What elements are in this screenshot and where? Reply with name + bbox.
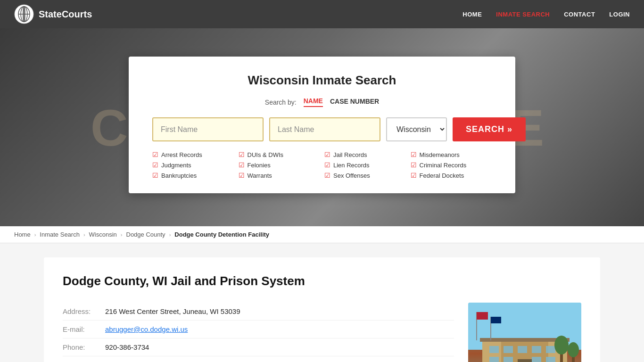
last-name-input[interactable]: [269, 117, 380, 141]
search-button[interactable]: SEARCH »: [453, 117, 526, 141]
email-label: E-mail:: [63, 321, 105, 338]
svg-rect-24: [491, 317, 501, 323]
phone-value: 920-386-3734: [105, 338, 454, 356]
search-by-row: Search by: NAME CASE NUMBER: [152, 97, 492, 107]
checkbox-icon: ☑: [239, 161, 245, 169]
nav-login[interactable]: LOGIN: [609, 11, 630, 18]
breadcrumb-wisconsin[interactable]: Wisconsin: [89, 231, 117, 238]
logo-area[interactable]: StateCourts: [14, 4, 92, 24]
state-select[interactable]: Wisconsin Alabama Alaska Arizona: [386, 117, 447, 141]
nav-inmate-search[interactable]: INMATE SEARCH: [496, 11, 550, 18]
breadcrumb-inmate-search[interactable]: Inmate Search: [40, 231, 80, 238]
checkbox-judgments: ☑ Judgments: [152, 161, 234, 169]
checkbox-felonies: ☑ Felonies: [239, 161, 320, 169]
checkbox-icon: ☑: [152, 172, 158, 179]
breadcrumb-sep-1: ›: [34, 232, 36, 238]
facility-image: [468, 303, 581, 362]
svg-rect-20: [518, 359, 532, 362]
checkbox-label: Misdemeanors: [420, 151, 460, 158]
table-row: Fax: 920-386-3243: [63, 356, 454, 362]
checkbox-federal-dockets: ☑ Federal Dockets: [411, 172, 492, 179]
email-value: abrugger@co.dodge.wi.us: [105, 321, 454, 338]
tab-case-number[interactable]: CASE NUMBER: [330, 98, 379, 107]
logo-icon: [14, 4, 34, 24]
table-row: Phone: 920-386-3734: [63, 338, 454, 356]
checkbox-icon: ☑: [324, 172, 330, 179]
info-table: Address: 216 West Center Street, Juneau,…: [63, 303, 454, 362]
content-layout: Address: 216 West Center Street, Juneau,…: [63, 303, 581, 362]
checkbox-label: Criminal Records: [420, 162, 467, 169]
svg-rect-15: [546, 346, 555, 353]
svg-rect-17: [504, 357, 513, 362]
checkbox-jail-records: ☑ Jail Records: [324, 151, 406, 158]
search-card-title: Wisconsin Inmate Search: [152, 73, 492, 88]
checkbox-label: Bankruptcies: [161, 172, 197, 179]
checkbox-label: Federal Dockets: [420, 172, 464, 179]
checkbox-misdemeanors: ☑ Misdemeanors: [411, 151, 492, 158]
info-section: Address: 216 West Center Street, Juneau,…: [63, 303, 454, 362]
svg-point-28: [568, 342, 579, 357]
fax-label: Fax:: [63, 356, 105, 362]
checkbox-icon: ☑: [152, 161, 158, 169]
breadcrumb-current: Dodge County Detention Facility: [174, 231, 269, 238]
address-label: Address:: [63, 303, 105, 321]
svg-rect-11: [489, 346, 499, 353]
checkbox-duis-dwis: ☑ DUIs & DWIs: [239, 151, 320, 158]
checkbox-label: Jail Records: [333, 151, 367, 158]
svg-rect-22: [477, 312, 488, 320]
breadcrumb-dodge-county[interactable]: Dodge County: [126, 231, 165, 238]
search-card: Wisconsin Inmate Search Search by: NAME …: [129, 57, 515, 193]
table-row: Address: 216 West Center Street, Juneau,…: [63, 303, 454, 321]
fax-value: 920-386-3243: [105, 356, 454, 362]
checkbox-label: Warrants: [248, 172, 272, 179]
checkbox-label: Judgments: [161, 162, 191, 169]
phone-label: Phone:: [63, 338, 105, 356]
checkbox-label: Sex Offenses: [333, 172, 370, 179]
breadcrumb-sep-2: ›: [83, 232, 85, 238]
content-title: Dodge County, WI Jail and Prison System: [63, 274, 581, 288]
svg-rect-12: [504, 346, 513, 353]
checkbox-icon: ☑: [239, 172, 245, 179]
breadcrumb-home[interactable]: Home: [14, 231, 31, 238]
checkbox-icon: ☑: [411, 161, 417, 169]
address-value: 216 West Center Street, Juneau, WI 53039: [105, 303, 454, 321]
checkbox-lien-records: ☑ Lien Records: [324, 161, 406, 169]
svg-rect-16: [489, 357, 499, 362]
nav-home[interactable]: HOME: [462, 11, 482, 18]
first-name-input[interactable]: [152, 117, 264, 141]
checkbox-label: Lien Records: [333, 162, 370, 169]
svg-rect-13: [518, 346, 527, 353]
checkbox-icon: ☑: [324, 151, 330, 158]
email-link[interactable]: abrugger@co.dodge.wi.us: [105, 325, 188, 333]
checkbox-icon: ☑: [324, 161, 330, 169]
search-inputs-row: Wisconsin Alabama Alaska Arizona SEARCH …: [152, 117, 492, 141]
checkbox-warrants: ☑ Warrants: [239, 172, 320, 179]
checkbox-icon: ☑: [411, 151, 417, 158]
checkbox-bankruptcies: ☑ Bankruptcies: [152, 172, 234, 179]
logo-text: StateCourts: [39, 9, 92, 20]
checkbox-icon: ☑: [152, 151, 158, 158]
tab-name[interactable]: NAME: [304, 97, 323, 107]
checkbox-arrest-records: ☑ Arrest Records: [152, 151, 234, 158]
svg-rect-18: [532, 357, 541, 362]
breadcrumb-sep-3: ›: [121, 232, 123, 238]
content-card: Dodge County, WI Jail and Prison System …: [44, 257, 600, 362]
checkboxes-grid: ☑ Arrest Records ☑ DUIs & DWIs ☑ Jail Re…: [152, 151, 492, 179]
content-area: Dodge County, WI Jail and Prison System …: [0, 243, 644, 362]
facility-image-svg: [468, 303, 581, 362]
main-nav: HOME INMATE SEARCH CONTACT LOGIN: [462, 11, 630, 18]
checkbox-label: Arrest Records: [161, 151, 202, 158]
svg-rect-14: [532, 346, 541, 353]
svg-rect-19: [546, 357, 555, 362]
breadcrumb: Home › Inmate Search › Wisconsin › Dodge…: [0, 226, 644, 243]
nav-contact[interactable]: CONTACT: [564, 11, 595, 18]
table-row: E-mail: abrugger@co.dodge.wi.us: [63, 321, 454, 338]
site-header: StateCourts HOME INMATE SEARCH CONTACT L…: [0, 0, 644, 28]
checkbox-label: Felonies: [248, 162, 271, 169]
svg-point-26: [554, 336, 569, 354]
search-by-label: Search by:: [265, 99, 297, 106]
checkbox-criminal-records: ☑ Criminal Records: [411, 161, 492, 169]
hero-section: COURTHOUSE Wisconsin Inmate Search Searc…: [0, 28, 644, 226]
checkbox-sex-offenses: ☑ Sex Offenses: [324, 172, 406, 179]
checkbox-icon: ☑: [411, 172, 417, 179]
